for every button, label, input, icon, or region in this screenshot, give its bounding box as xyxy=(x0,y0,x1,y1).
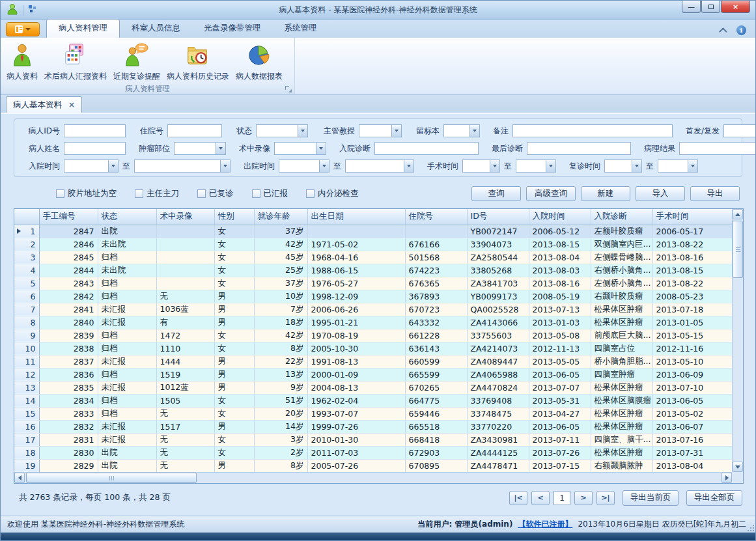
cell[interactable] xyxy=(156,251,214,264)
cell[interactable]: 3岁 xyxy=(254,433,307,446)
cell[interactable]: 男 xyxy=(214,290,254,303)
cell[interactable]: 1472 xyxy=(156,329,214,342)
cell[interactable]: 2013-06-07 xyxy=(652,420,732,433)
cell[interactable]: 1968-04-16 xyxy=(307,251,405,264)
checkbox-icon[interactable] xyxy=(252,189,260,198)
cell[interactable]: 13岁 xyxy=(254,368,307,381)
inpatient-no-input[interactable] xyxy=(167,124,222,137)
cell[interactable]: 男 xyxy=(214,316,254,329)
cell[interactable]: 2013-07-26 xyxy=(529,446,591,459)
row-indicator[interactable]: 11 xyxy=(14,355,39,368)
chevron-down-icon[interactable] xyxy=(319,160,329,172)
tumor-site-combo[interactable] xyxy=(174,142,226,155)
intraop-video-combo[interactable] xyxy=(274,142,326,155)
cell[interactable]: 665518 xyxy=(405,420,467,433)
cell[interactable]: 2005-10-30 xyxy=(307,342,405,355)
cell[interactable]: 右颞叶胶质瘤 xyxy=(591,290,652,303)
chevron-down-icon[interactable] xyxy=(216,143,225,154)
cell[interactable] xyxy=(405,225,467,238)
new-button[interactable]: 新建 xyxy=(581,186,630,201)
checkbox-film-address-empty[interactable]: 胶片地址为空 xyxy=(56,188,117,199)
cell[interactable]: 右侧桥小脑角... xyxy=(591,264,652,277)
status-combo[interactable] xyxy=(256,124,308,137)
cell[interactable]: 2836 xyxy=(39,368,98,381)
cell[interactable]: 660599 xyxy=(405,355,467,368)
cell[interactable]: 659446 xyxy=(405,407,467,420)
table-row[interactable]: 102838归档1110女8岁2005-10-30636143ZA4214073… xyxy=(14,342,732,355)
row-indicator[interactable]: 14 xyxy=(14,394,39,407)
cell[interactable]: 女 xyxy=(214,394,254,407)
cell[interactable]: 2831 xyxy=(39,433,98,446)
cell[interactable]: 643332 xyxy=(405,316,467,329)
checkbox-icon[interactable] xyxy=(135,189,143,198)
cell[interactable]: 2013-07-10 xyxy=(652,381,732,394)
cell[interactable]: 无 xyxy=(156,433,214,446)
cell[interactable]: 676365 xyxy=(405,277,467,290)
cell[interactable]: 左侧桥小脑角... xyxy=(591,277,652,290)
table-row[interactable]: 142834归档1505女51岁1962-02-0466477533769408… xyxy=(14,394,732,407)
cell[interactable]: 2013-07-15 xyxy=(529,459,591,472)
chevron-down-icon[interactable] xyxy=(688,160,697,172)
row-indicator[interactable]: 9 xyxy=(14,329,39,342)
cell[interactable]: ZA4089447 xyxy=(467,355,529,368)
cell[interactable]: 2013-07-18 xyxy=(652,303,732,316)
cell[interactable]: 1444 xyxy=(156,355,214,368)
cell[interactable]: 前颅底巨大脑... xyxy=(591,329,652,342)
cell[interactable]: 松果体区肿瘤 xyxy=(591,381,652,394)
cell[interactable]: 未汇报 xyxy=(98,420,156,433)
cell[interactable]: 2013-08-04 xyxy=(652,459,732,472)
cell[interactable]: 归档 xyxy=(98,290,156,303)
remark-input[interactable] xyxy=(512,124,673,137)
cell[interactable]: 2839 xyxy=(39,329,98,342)
cell[interactable]: 2013-07-07 xyxy=(529,381,591,394)
cell[interactable]: 男 xyxy=(214,355,254,368)
cell[interactable]: 1970-08-19 xyxy=(307,329,405,342)
cell[interactable]: 2013-05-08 xyxy=(529,329,591,342)
ribbon-tab-staff-info[interactable]: 科室人员信息 xyxy=(120,20,192,38)
cell[interactable]: 9岁 xyxy=(254,381,307,394)
cell[interactable]: 2013-05-31 xyxy=(529,394,591,407)
cell[interactable]: 2013-06-05 xyxy=(529,420,591,433)
cell[interactable]: 2004-08-13 xyxy=(307,381,405,394)
dialog-launcher-icon[interactable] xyxy=(285,86,292,92)
cell[interactable]: 未汇报 xyxy=(98,316,156,329)
cell[interactable]: 出院 xyxy=(98,446,156,459)
cell[interactable]: 33770220 xyxy=(467,420,529,433)
advanced-query-button[interactable]: 高级查询 xyxy=(526,186,576,201)
table-row[interactable]: 52843归档女37岁1976-05-27676365ZA38417032013… xyxy=(14,277,732,290)
table-row[interactable]: 182830出院无女2岁2011-07-03672903ZA4444125201… xyxy=(14,446,732,459)
minimize-button[interactable]: — xyxy=(682,1,701,13)
cell[interactable]: 2013-06-05 xyxy=(529,368,591,381)
ribbon-tab-patient-management[interactable]: 病人资料管理 xyxy=(46,19,120,38)
cell[interactable]: 2013-08-04 xyxy=(529,251,591,264)
cell[interactable]: 1962-02-04 xyxy=(307,394,405,407)
row-indicator[interactable]: 15 xyxy=(14,407,39,420)
cell[interactable]: 松果体区肿瘤 xyxy=(591,303,652,316)
cell[interactable]: ZA4214073 xyxy=(467,342,529,355)
row-indicator[interactable]: 16 xyxy=(14,420,39,433)
ribbon-tab-disc-management[interactable]: 光盘录像带管理 xyxy=(192,20,273,38)
cell[interactable]: 出院 xyxy=(98,225,156,238)
cell[interactable]: 松果体区脑膜瘤 xyxy=(591,394,652,407)
table-row[interactable]: 112837未汇报1444男22岁1991-08-13660599ZA40894… xyxy=(14,355,732,368)
cell[interactable]: 桥小脑角胆脂... xyxy=(591,355,652,368)
cell[interactable]: 45岁 xyxy=(254,251,307,264)
cell[interactable]: 20岁 xyxy=(254,407,307,420)
cell[interactable]: 501568 xyxy=(405,251,467,264)
cell[interactable]: 2847 xyxy=(39,225,98,238)
table-row[interactable]: 72841未汇报1036蓝男7岁2006-06-26670723QA002552… xyxy=(14,303,732,316)
cell[interactable]: 2013-08-22 xyxy=(652,277,732,290)
chevron-down-icon[interactable] xyxy=(404,160,413,172)
row-indicator[interactable]: 13 xyxy=(14,381,39,394)
column-header[interactable]: 术中录像 xyxy=(156,209,214,225)
cell[interactable]: 51岁 xyxy=(254,394,307,407)
export-current-page-button[interactable]: 导出当前页 xyxy=(623,490,679,506)
cell[interactable]: 归档 xyxy=(98,251,156,264)
cell[interactable]: 女 xyxy=(214,264,254,277)
cell[interactable]: 出院 xyxy=(98,459,156,472)
cell[interactable]: 2013-08-03 xyxy=(529,264,591,277)
checkbox-reported[interactable]: 已汇报 xyxy=(252,188,288,199)
patient-id-input[interactable] xyxy=(64,124,126,137)
cell[interactable]: 1012蓝 xyxy=(156,381,214,394)
discharge-time-to-combo[interactable] xyxy=(345,160,414,173)
